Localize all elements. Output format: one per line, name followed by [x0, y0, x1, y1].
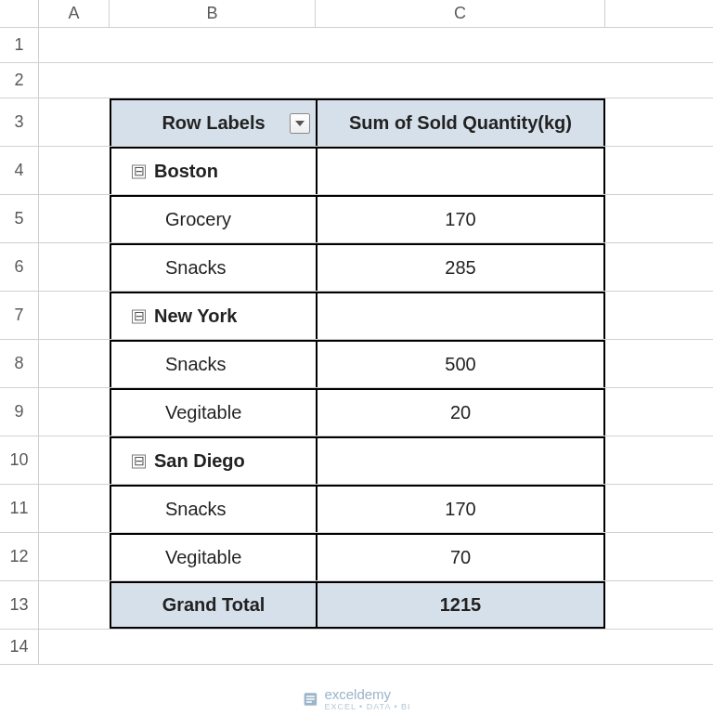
- column-header-a[interactable]: A: [39, 0, 110, 27]
- row-header[interactable]: 1: [0, 28, 39, 62]
- chevron-down-icon: [295, 121, 305, 126]
- grid-row: 6 Snacks 285: [0, 243, 713, 292]
- svg-rect-2: [306, 698, 315, 700]
- pivot-group-value[interactable]: [316, 147, 605, 194]
- watermark-tagline: EXCEL • DATA • BI: [324, 702, 410, 711]
- watermark-brand: exceldemy: [324, 686, 410, 702]
- row-header[interactable]: 11: [0, 485, 39, 532]
- grid-row: 12 Vegitable 70: [0, 533, 713, 581]
- pivot-group-value[interactable]: [316, 436, 605, 484]
- cell[interactable]: [39, 630, 110, 664]
- grid-row: 4 ⊟ Boston: [0, 147, 713, 195]
- pivot-item-value[interactable]: 20: [316, 388, 605, 436]
- row-header[interactable]: 12: [0, 533, 39, 580]
- grid-row: 2: [0, 63, 713, 98]
- pivot-item-value[interactable]: 170: [316, 485, 605, 532]
- pivot-item-label[interactable]: Vegitable: [110, 533, 316, 580]
- pivot-group[interactable]: ⊟ San Diego: [110, 436, 316, 484]
- collapse-icon[interactable]: ⊟: [132, 454, 146, 468]
- cell[interactable]: [39, 533, 110, 580]
- row-header[interactable]: 7: [0, 292, 39, 339]
- pivot-grand-total-value[interactable]: 1215: [316, 581, 605, 629]
- watermark-text: exceldemy EXCEL • DATA • BI: [324, 686, 410, 711]
- pivot-group[interactable]: ⊟ New York: [110, 292, 316, 339]
- cell[interactable]: [110, 63, 316, 98]
- filter-dropdown-button[interactable]: [290, 113, 310, 134]
- pivot-group-value[interactable]: [316, 292, 605, 339]
- watermark: exceldemy EXCEL • DATA • BI: [302, 686, 410, 711]
- grid-row: 10 ⊟ San Diego: [0, 436, 713, 485]
- row-header[interactable]: 6: [0, 243, 39, 291]
- cell[interactable]: [316, 63, 605, 98]
- cell[interactable]: [39, 388, 110, 436]
- cell[interactable]: [39, 340, 110, 387]
- svg-rect-1: [306, 696, 315, 697]
- pivot-item-value[interactable]: 70: [316, 533, 605, 580]
- cell[interactable]: [39, 485, 110, 532]
- pivot-item-label[interactable]: Grocery: [110, 195, 316, 242]
- grid-row: 7 ⊟ New York: [0, 292, 713, 340]
- pivot-header-label: Sum of Sold Quantity(kg): [349, 112, 572, 134]
- cell[interactable]: [39, 147, 110, 194]
- cell[interactable]: [39, 243, 110, 291]
- pivot-item-label[interactable]: Snacks: [110, 485, 316, 532]
- pivot-group-label: New York: [154, 306, 237, 327]
- cell[interactable]: [316, 28, 605, 62]
- cell[interactable]: [39, 436, 110, 484]
- pivot-group-label: San Diego: [154, 450, 245, 472]
- pivot-group-label: Boston: [154, 161, 218, 182]
- pivot-item-label[interactable]: Snacks: [110, 340, 316, 387]
- row-header[interactable]: 5: [0, 195, 39, 242]
- pivot-header-row-labels[interactable]: Row Labels: [110, 98, 316, 146]
- pivot-grand-total-label[interactable]: Grand Total: [110, 581, 316, 629]
- grid-row: 1: [0, 28, 713, 63]
- row-header[interactable]: 3: [0, 98, 39, 146]
- pivot-group[interactable]: ⊟ Boston: [110, 147, 316, 194]
- collapse-icon[interactable]: ⊟: [132, 164, 146, 178]
- column-header-c[interactable]: C: [316, 0, 605, 27]
- grid-row: 13 Grand Total 1215: [0, 581, 713, 630]
- cell[interactable]: [316, 630, 605, 664]
- grid-row: 9 Vegitable 20: [0, 388, 713, 436]
- cell[interactable]: [39, 581, 110, 629]
- pivot-item-value[interactable]: 170: [316, 195, 605, 242]
- grid-row: 14: [0, 630, 713, 665]
- spreadsheet: A B C 1 2 3 Row Labels: [0, 0, 713, 728]
- cell[interactable]: [39, 98, 110, 146]
- row-header[interactable]: 14: [0, 630, 39, 664]
- row-header[interactable]: 8: [0, 340, 39, 387]
- pivot-header-values[interactable]: Sum of Sold Quantity(kg): [316, 98, 605, 146]
- cell[interactable]: [39, 195, 110, 242]
- pivot-item-value[interactable]: 285: [316, 243, 605, 291]
- cell[interactable]: [110, 28, 316, 62]
- select-all-corner[interactable]: [0, 0, 39, 27]
- column-header-b[interactable]: B: [110, 0, 316, 27]
- cell[interactable]: [39, 28, 110, 62]
- logo-icon: [302, 691, 318, 708]
- grid-row: 11 Snacks 170: [0, 485, 713, 533]
- pivot-item-label[interactable]: Vegitable: [110, 388, 316, 436]
- collapse-icon[interactable]: ⊟: [132, 309, 146, 323]
- pivot-item-value[interactable]: 500: [316, 340, 605, 387]
- row-header[interactable]: 13: [0, 581, 39, 629]
- grid-row: 5 Grocery 170: [0, 195, 713, 243]
- cell[interactable]: [39, 63, 110, 98]
- row-header[interactable]: 10: [0, 436, 39, 484]
- cell[interactable]: [39, 292, 110, 339]
- row-header[interactable]: 9: [0, 388, 39, 436]
- column-header-row: A B C: [0, 0, 713, 28]
- pivot-item-label[interactable]: Snacks: [110, 243, 316, 291]
- svg-rect-3: [306, 701, 312, 703]
- row-header[interactable]: 2: [0, 63, 39, 98]
- pivot-header-label: Row Labels: [162, 112, 265, 134]
- grid-row: 8 Snacks 500: [0, 340, 713, 388]
- grid-body: 1 2 3 Row Labels Sum of Sold Quantity(kg…: [0, 28, 713, 665]
- cell[interactable]: [110, 630, 316, 664]
- grid-row: 3 Row Labels Sum of Sold Quantity(kg): [0, 98, 713, 147]
- row-header[interactable]: 4: [0, 147, 39, 194]
